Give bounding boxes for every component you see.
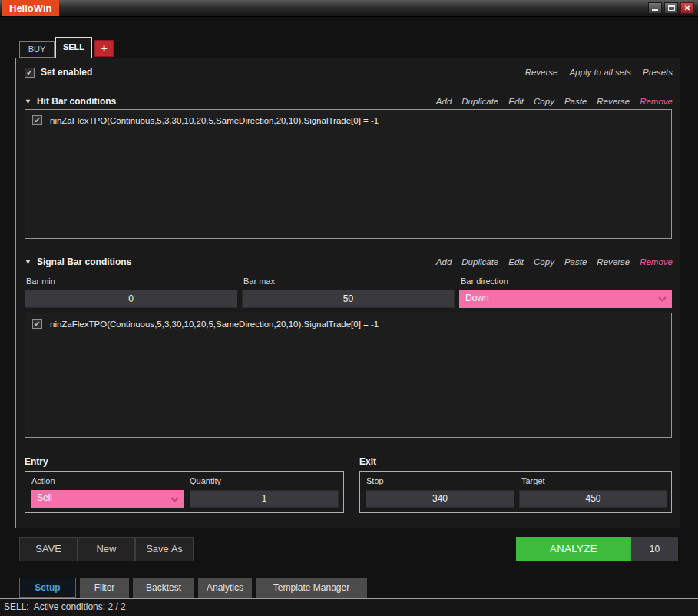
- link-apply-to-all-sets[interactable]: Apply to all sets: [569, 68, 631, 77]
- condition-text: ninZaFlexTPO(Continuous,5,3,30,10,20,5,S…: [50, 116, 379, 125]
- collapse-triangle-icon: ▼: [25, 258, 31, 266]
- bar-max-label: Bar max: [243, 277, 275, 286]
- link-set-reverse[interactable]: Reverse: [525, 68, 558, 77]
- window-controls: ✕: [648, 2, 694, 14]
- chevron-down-icon: [658, 296, 667, 302]
- tab-filter[interactable]: Filter: [80, 578, 129, 598]
- minimize-icon: [652, 9, 658, 11]
- signal-bar-title: Signal Bar conditions: [37, 257, 131, 267]
- check-icon: ✔: [26, 68, 32, 77]
- target-input[interactable]: 450: [519, 490, 667, 508]
- condition-text: ninZaFlexTPO(Continuous,5,3,30,10,20,5,S…: [50, 320, 379, 329]
- link-signal-reverse[interactable]: Reverse: [597, 257, 630, 267]
- tab-sell[interactable]: SELL: [55, 37, 92, 58]
- link-hit-duplicate[interactable]: Duplicate: [461, 97, 498, 106]
- bar-direction-select[interactable]: Down: [459, 290, 672, 308]
- close-button[interactable]: ✕: [680, 2, 694, 14]
- link-hit-copy[interactable]: Copy: [534, 97, 554, 106]
- status-bar: SELL: Active conditions: 2 / 2: [0, 598, 698, 616]
- signal-bar-links: Add Duplicate Edit Copy Paste Reverse Re…: [436, 257, 673, 267]
- maximize-icon: [668, 5, 675, 11]
- hit-bar-title: Hit Bar conditions: [37, 96, 116, 107]
- title-bar: HelloWin ✕: [0, 0, 698, 17]
- link-signal-remove[interactable]: Remove: [640, 257, 673, 267]
- action-label: Action: [31, 476, 55, 485]
- save-button[interactable]: SAVE: [19, 537, 78, 561]
- exit-group: Stop Target 340 450: [359, 471, 672, 513]
- quantity-label: Quantity: [190, 476, 221, 485]
- bar-min-label: Bar min: [26, 277, 55, 286]
- link-hit-edit[interactable]: Edit: [508, 97, 524, 106]
- entry-group: Action Quantity Sell 1: [25, 471, 344, 513]
- exit-title: Exit: [359, 456, 376, 467]
- condition-checkbox[interactable]: ✔: [32, 319, 42, 329]
- link-hit-paste[interactable]: Paste: [564, 97, 587, 106]
- tab-buy[interactable]: BUY: [19, 41, 55, 58]
- bar-max-input[interactable]: 50: [242, 290, 455, 308]
- link-hit-remove[interactable]: Remove: [640, 97, 673, 106]
- quantity-input[interactable]: 1: [190, 490, 339, 508]
- bar-direction-label: Bar direction: [461, 277, 508, 286]
- tab-setup[interactable]: Setup: [19, 578, 76, 598]
- check-icon: ✔: [34, 320, 40, 328]
- hit-bar-section-header[interactable]: ▼Hit Bar conditions: [25, 96, 116, 107]
- app-window: HelloWin ✕ BUY SELL + ✔ Set enabled Reve…: [0, 0, 698, 616]
- link-signal-paste[interactable]: Paste: [564, 257, 587, 267]
- stop-label: Stop: [366, 476, 384, 485]
- target-label: Target: [521, 476, 545, 485]
- tab-analytics[interactable]: Analytics: [198, 578, 252, 598]
- link-signal-copy[interactable]: Copy: [534, 257, 554, 267]
- action-value: Sell: [37, 492, 52, 503]
- entry-title: Entry: [25, 456, 48, 467]
- chevron-down-icon: [170, 497, 179, 502]
- window-title: HelloWin: [2, 0, 59, 16]
- analyze-button[interactable]: ANALYZE: [516, 537, 631, 561]
- hit-bar-links: Add Duplicate Edit Copy Paste Reverse Re…: [436, 97, 673, 106]
- close-icon: ✕: [684, 4, 690, 12]
- new-button[interactable]: New: [78, 537, 135, 561]
- status-text: SELL: Active conditions: 2 / 2: [4, 601, 126, 612]
- link-hit-add[interactable]: Add: [436, 97, 452, 106]
- analyze-count-box[interactable]: 10: [631, 537, 678, 561]
- maximize-button[interactable]: [664, 2, 678, 14]
- minimize-button[interactable]: [648, 2, 662, 14]
- set-enabled-checkbox[interactable]: ✔: [25, 68, 35, 78]
- condition-row[interactable]: ✔ ninZaFlexTPO(Continuous,5,3,30,10,20,5…: [25, 313, 671, 329]
- bar-min-input[interactable]: 0: [25, 290, 237, 308]
- add-tab-button[interactable]: +: [94, 40, 114, 57]
- link-hit-reverse[interactable]: Reverse: [597, 97, 630, 106]
- save-as-button[interactable]: Save As: [135, 537, 194, 561]
- sell-tab-panel: ✔ Set enabled Reverse Apply to all sets …: [15, 58, 680, 528]
- signal-bar-section-header[interactable]: ▼Signal Bar conditions: [25, 257, 131, 267]
- collapse-triangle-icon: ▼: [25, 98, 31, 105]
- condition-checkbox[interactable]: ✔: [32, 115, 42, 125]
- tab-backtest[interactable]: Backtest: [133, 578, 194, 598]
- set-links: Reverse Apply to all sets Presets: [525, 68, 673, 77]
- link-presets[interactable]: Presets: [643, 68, 673, 77]
- link-signal-add[interactable]: Add: [436, 257, 452, 267]
- stop-input[interactable]: 340: [366, 490, 514, 508]
- link-signal-duplicate[interactable]: Duplicate: [461, 257, 498, 267]
- tab-template-manager[interactable]: Template Manager: [256, 578, 367, 598]
- hit-bar-condition-list[interactable]: ✔ ninZaFlexTPO(Continuous,5,3,30,10,20,5…: [25, 109, 672, 239]
- signal-bar-condition-list[interactable]: ✔ ninZaFlexTPO(Continuous,5,3,30,10,20,5…: [25, 313, 672, 438]
- condition-row[interactable]: ✔ ninZaFlexTPO(Continuous,5,3,30,10,20,5…: [25, 110, 671, 125]
- set-enabled-label: Set enabled: [41, 67, 92, 78]
- bar-direction-value: Down: [465, 293, 489, 303]
- check-icon: ✔: [34, 116, 40, 124]
- link-signal-edit[interactable]: Edit: [508, 257, 524, 267]
- action-select[interactable]: Sell: [31, 490, 184, 508]
